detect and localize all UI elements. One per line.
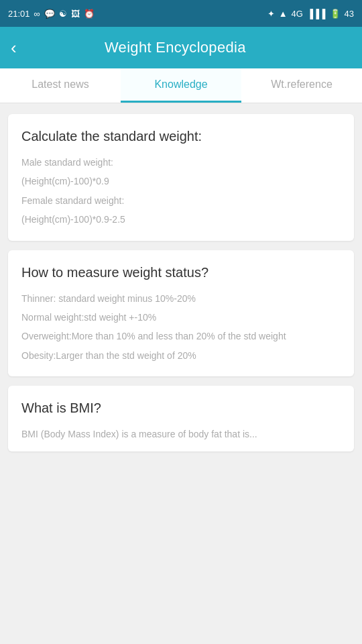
standard-weight-title: Calculate the standard weight: bbox=[21, 129, 341, 144]
tab-knowledge[interactable]: Knowledge bbox=[121, 68, 241, 103]
tab-latest-news[interactable]: Latest news bbox=[0, 68, 121, 103]
app-header: ‹ Weight Encyclopedia bbox=[0, 27, 362, 68]
standard-weight-card: Calculate the standard weight: Male stan… bbox=[8, 114, 354, 241]
status-bar: 21:01 ∞ 💬 ☯ 🖼 ⏰ ✦ ▲ 4G ▐▐▐ 🔋 43 bbox=[0, 0, 362, 27]
status-right: ✦ ▲ 4G ▐▐▐ 🔋 43 bbox=[267, 9, 354, 19]
status-left: 21:01 ∞ 💬 ☯ 🖼 ⏰ bbox=[8, 9, 95, 19]
battery-level: 43 bbox=[345, 9, 354, 19]
bmi-preview: BMI (Body Mass Index) is a measure of bo… bbox=[21, 427, 341, 441]
bmi-card: What is BMI? BMI (Body Mass Index) is a … bbox=[8, 386, 354, 451]
standard-weight-line-3: (Height(cm)-100)*0.9-2.5 bbox=[21, 212, 341, 227]
wifi-icon: ▲ bbox=[279, 9, 288, 19]
bmi-title: What is BMI? bbox=[21, 400, 341, 416]
weight-status-line-3: Obesity:Larger than the std weight of 20… bbox=[21, 348, 341, 363]
weight-status-title: How to measure weight status? bbox=[21, 265, 341, 280]
network-icon: 4G bbox=[292, 9, 303, 19]
tab-bar: Latest news Knowledge Wt.reference bbox=[0, 68, 362, 103]
standard-weight-line-1: (Height(cm)-100)*0.9 bbox=[21, 174, 341, 189]
bluetooth-icon: ✦ bbox=[267, 9, 275, 19]
battery-icon: 🔋 bbox=[330, 9, 341, 19]
tab-wt-reference[interactable]: Wt.reference bbox=[241, 68, 362, 103]
signal-strength-icon: ▐▐▐ bbox=[307, 9, 326, 19]
alarm-icon: ⏰ bbox=[84, 9, 95, 19]
image-icon: 🖼 bbox=[71, 9, 80, 19]
standard-weight-line-0: Male standard weight: bbox=[21, 155, 341, 170]
weight-status-line-2: Overweight:More than 10% and less than 2… bbox=[21, 329, 341, 343]
status-time: 21:01 bbox=[8, 9, 30, 19]
main-content: Calculate the standard weight: Male stan… bbox=[0, 103, 362, 462]
weight-status-line-1: Normal weight:std weight +-10% bbox=[21, 310, 341, 325]
weight-status-card: How to measure weight status? Thinner: s… bbox=[8, 250, 354, 377]
sync-icon: ☯ bbox=[59, 9, 67, 19]
page-title: Weight Encyclopedia bbox=[25, 39, 326, 56]
back-button[interactable]: ‹ bbox=[11, 38, 17, 58]
weight-status-line-0: Thinner: standard weight minus 10%-20% bbox=[21, 291, 341, 306]
standard-weight-line-2: Female standard weight: bbox=[21, 193, 341, 208]
signal-icon: ∞ bbox=[34, 9, 40, 19]
message-icon: 💬 bbox=[44, 9, 55, 19]
